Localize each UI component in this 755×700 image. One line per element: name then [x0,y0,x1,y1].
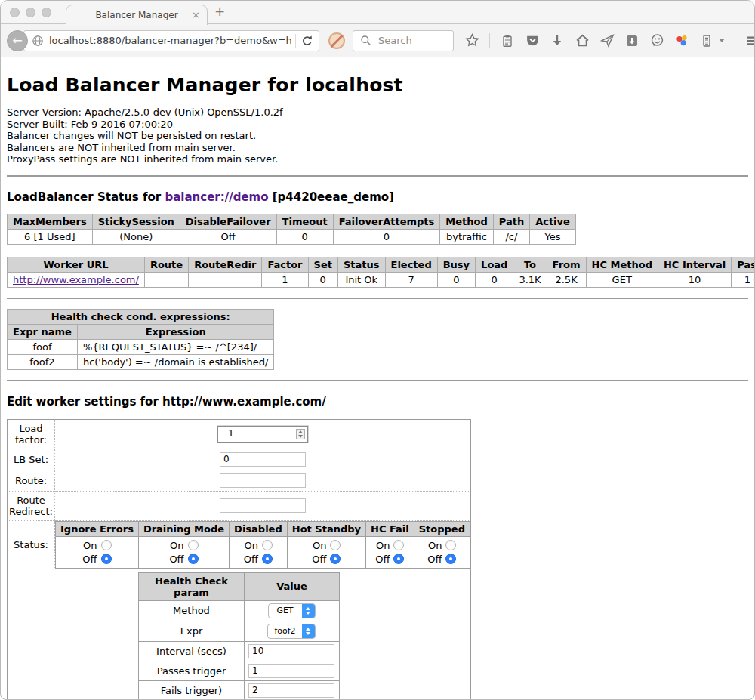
number-spinner-icon[interactable] [296,429,305,439]
search-icon [358,33,373,48]
adblock-icon[interactable] [328,32,345,49]
bookmark-star-icon[interactable] [464,33,479,48]
divider [7,298,748,299]
pocket-icon[interactable] [525,33,540,48]
server-info: Server Version: Apache/2.5.0-dev (Unix) … [7,106,748,165]
balancer-link[interactable]: balancer://demo [165,190,268,204]
fails-label: Fails trigger) [139,680,245,700]
status-label: Status: [8,520,55,569]
loadbalancer-status-heading: LoadBalancer Status for balancer://demo … [7,190,748,204]
lb-set-input[interactable] [220,452,306,467]
table-header-row: Worker URL Route RouteRedir Factor Set S… [8,257,755,272]
route-redirect-row: Route Redirect: [8,491,471,520]
stopped-on-radio[interactable] [445,540,456,550]
table-header-row: Health Check param Value [139,572,340,600]
load-factor-row: Load factor: [8,419,471,449]
health-check-params-table: Health Check param Value Method GET Expr [138,572,340,700]
zoom-window-button[interactable] [42,8,51,17]
worker-url-link[interactable]: http://www.example.com/ [13,274,139,285]
draining-mode-on-radio[interactable] [188,540,199,550]
search-input[interactable] [377,34,445,47]
new-tab-button[interactable]: + [214,4,225,19]
edit-worker-heading: Edit worker settings for http://www.exam… [7,395,748,409]
globe-icon [32,33,44,48]
load-factor-input[interactable] [217,426,308,443]
balancer-status-table: MaxMembers StickySession DisableFailover… [7,214,576,245]
disabled-off-radio[interactable] [262,554,273,564]
table-row: http://www.example.com/ 1 0 Init Ok 7 0 … [8,272,755,287]
minimize-window-button[interactable] [26,8,35,17]
passes-row: Passes trigger [139,661,340,680]
menu-hamburger-icon[interactable] [745,33,755,48]
chevron-down-icon[interactable] [719,39,725,42]
disabled-on-radio[interactable] [262,540,273,550]
method-select[interactable]: GET [268,603,316,618]
route-redirect-input[interactable] [220,498,306,513]
urlbar-separator [295,34,296,48]
table-header-row: Ignore Errors Draining Mode Disabled Hot… [56,521,470,536]
ignore-errors-off-radio[interactable] [101,554,112,564]
status-options-table: Ignore Errors Draining Mode Disabled Hot… [55,521,470,569]
tab-close-icon[interactable]: × [192,9,200,20]
divider [7,380,748,381]
navigation-toolbar: ← localhost:8880/balancer-manager?b=demo… [1,24,754,57]
method-row: Method GET [139,600,340,621]
feedback-smiley-icon[interactable] [649,33,664,48]
send-plane-icon[interactable] [599,33,615,48]
reader-list-icon[interactable] [699,33,714,48]
close-window-button[interactable] [10,8,20,17]
table-header-row: Expr name Expression [8,324,274,339]
select-stepper-icon [302,624,315,639]
radio-row: OnOff OnOff OnOff OnOff OnOff OnOff [56,536,470,568]
colored-dots-icon[interactable] [674,33,689,48]
inherit-note-line: Balancers are NOT inherited from main se… [7,142,748,154]
fails-input[interactable] [248,683,334,698]
home-icon[interactable] [575,33,590,48]
fails-row: Fails trigger) [139,680,340,700]
divider [7,175,748,177]
table-title-row: Health check cond. expressions: [8,309,274,324]
hc-fail-on-radio[interactable] [393,540,404,550]
draining-mode-off-radio[interactable] [188,554,199,564]
lb-set-label: LB Set: [8,449,55,470]
hot-standby-on-radio[interactable] [330,540,341,550]
reload-button[interactable] [300,33,316,48]
toolbar-separator [489,33,490,48]
page-title: Load Balancer Manager for localhost [7,74,748,96]
server-built-line: Server Built: Feb 9 2016 07:00:20 [7,119,748,131]
expr-select[interactable]: foof2 [267,624,315,639]
route-row: Route: [8,470,471,491]
toolbar-buttons [464,33,755,48]
route-input[interactable] [220,473,306,488]
window-controls [10,8,51,17]
hc-fail-off-radio[interactable] [393,554,404,564]
search-bar[interactable] [353,30,454,51]
health-check-params-row: Health Check param Value Method GET Expr [8,569,471,700]
route-label: Route: [8,470,55,491]
passes-label: Passes trigger [139,661,245,680]
select-stepper-icon [302,603,315,618]
table-row: 6 [1 Used] (None) Off 0 0 bytraffic /c/ … [8,229,576,244]
downloads-icon[interactable] [550,33,565,48]
ignore-errors-on-radio[interactable] [101,540,112,550]
interval-input[interactable] [248,644,334,658]
url-bar[interactable]: localhost:8880/balancer-manager?b=demo&w… [23,30,319,51]
expr-label: Expr [139,621,245,641]
interval-label: Interval (secs) [139,641,245,661]
hot-standby-off-radio[interactable] [330,554,341,564]
download-box-icon[interactable] [624,33,639,48]
edit-worker-form: Load factor: LB Set: Route: Route Redire… [7,419,471,700]
tab-title: Balancer Manager [95,10,177,20]
interval-row: Interval (secs) [139,641,340,661]
stopped-off-radio[interactable] [445,554,456,564]
proxypass-note-line: ProxyPass settings are NOT inherited fro… [7,153,748,165]
back-button[interactable]: ← [7,30,28,51]
browser-tab[interactable]: Balancer Manager × [66,5,208,25]
browser-window: Balancer Manager × + ← localhost:8880/ba… [0,0,755,700]
tab-bar: Balancer Manager × + [1,1,754,24]
table-row: foof2 hc('body') =~ /domain is establish… [8,354,274,369]
passes-input[interactable] [248,664,334,678]
health-check-expressions-table: Health check cond. expressions: Expr nam… [7,309,274,370]
clipboard-icon[interactable] [500,33,515,48]
load-factor-field[interactable] [225,427,300,440]
